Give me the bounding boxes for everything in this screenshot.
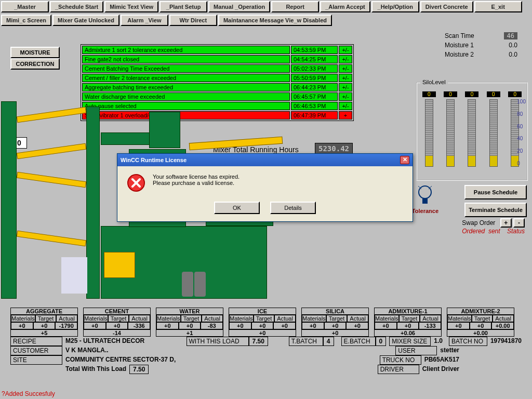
menu-divert[interactable]: Divert Concrete xyxy=(420,1,473,12)
material-box: ICEMaterialsTargetActual+0+0+0+0 xyxy=(229,308,296,337)
silo-value: 0 xyxy=(422,91,436,97)
menu-mixer-gate[interactable]: Mixer Gate Unlocked xyxy=(52,15,119,26)
silo-bar xyxy=(468,99,476,167)
moisture2-value: 0.0 xyxy=(509,51,517,58)
scan-panel: Scan Time46 Moisture 10.0 Moisture 20.0 xyxy=(424,31,528,59)
user-value: stetter xyxy=(437,346,462,355)
menu-mimic-screen[interactable]: Mimi_c Screen xyxy=(1,15,51,26)
material-box: WATERMaterialsTargetActual+0+0-83+1 xyxy=(156,308,223,337)
moisture1-value: 0.0 xyxy=(509,42,517,49)
material-box: SILICAMaterialsTargetActual+0+0+0+0 xyxy=(301,308,369,337)
svg-rect-3 xyxy=(422,198,428,204)
material-box: AGGREGATEMaterialsTargetActual+0+0-1790+… xyxy=(10,308,78,337)
mixersize-value: 1.0 xyxy=(431,337,446,346)
scan-time-label: Scan Time xyxy=(445,32,474,39)
moisture1-label: Moisture 1 xyxy=(445,42,474,49)
menu-master[interactable]: _Master xyxy=(1,1,49,12)
dialog-line2: Please purchase a valid license. xyxy=(153,180,240,186)
menu-schedule-start[interactable]: _Schedule Start xyxy=(50,1,103,12)
swap-minus[interactable]: - xyxy=(513,218,525,228)
menu-exit[interactable]: E_xit xyxy=(474,1,522,12)
menu-help[interactable]: _Help/Option xyxy=(371,1,419,12)
bottom-status: ?Added Succesfuly xyxy=(2,390,55,397)
mixersize-label: MIXER SIZE xyxy=(389,337,431,346)
driver-value: Client Driver xyxy=(419,365,462,374)
menu-mimic-text[interactable]: Mimic Text View xyxy=(104,1,158,12)
silo-value: 0 xyxy=(465,91,478,97)
swap-plus[interactable]: + xyxy=(500,218,512,228)
close-icon[interactable]: ✕ xyxy=(400,156,409,164)
silo-value: 0 xyxy=(444,91,457,97)
alarm-row[interactable]: Aggregate batching time exceeded06:44:23… xyxy=(82,83,352,91)
silo-bar xyxy=(489,99,498,167)
silo-group: SiloLevel 00000 100806040200 xyxy=(416,82,528,181)
material-box: ADMIXTURE-2MaterialsTargetActual+0+0+0.0… xyxy=(447,308,514,337)
driver-label: DRIVER xyxy=(378,365,419,374)
silo-value: 0 xyxy=(487,91,500,97)
menu-row-1: _Master _Schedule Start Mimic Text View … xyxy=(0,0,532,14)
menu-manual-op[interactable]: Manual _Operation xyxy=(208,1,270,12)
ebatch-value: 0 xyxy=(376,337,387,346)
silo-title: SiloLevel xyxy=(420,79,448,85)
withload-label: WITH THIS LOAD xyxy=(187,337,249,346)
ordered-label: Ordered xyxy=(462,228,485,235)
twl-value: 7.50 xyxy=(129,365,149,374)
customer-label: CUSTOMER xyxy=(10,346,62,355)
menu-maint-msg[interactable]: Maintanance Message Vie_w Disabled xyxy=(218,15,332,26)
truck-value: PB65AK517 xyxy=(421,355,462,365)
alarm-row[interactable]: Admixture 1 sort 2 tolerance exceeded04:… xyxy=(82,46,352,54)
material-box: CEMENTMaterialsTargetActual+0+0-336-14 xyxy=(83,308,151,337)
menu-plant-setup[interactable]: _Plant Setup xyxy=(159,1,207,12)
status-label: Status xyxy=(507,228,525,235)
silo-value: 0 xyxy=(508,91,522,97)
batchno-value: 197941870 xyxy=(487,337,525,346)
user-label: USER xyxy=(395,346,437,355)
recipe-value: M25 - ULTRATECH DECOR xyxy=(62,337,148,346)
batchno-label: BATCH NO xyxy=(449,337,487,346)
ebatch-label: E.BATCH xyxy=(341,337,376,346)
menu-report[interactable]: Report xyxy=(271,1,319,12)
dialog-details-button[interactable]: Details xyxy=(270,202,316,214)
terminate-schedule-button[interactable]: Terminate Schedule xyxy=(464,203,527,217)
correction-button[interactable]: CORRECTION xyxy=(10,58,60,70)
license-dialog: WinCC Runtime License ✕ Your software li… xyxy=(117,153,413,222)
alarm-row[interactable]: Cement / filler 2 tolerance exceeded05:5… xyxy=(82,74,352,82)
moisture-button[interactable]: MOISTURE xyxy=(10,47,60,58)
site-label: SITE xyxy=(10,355,62,365)
error-icon xyxy=(127,174,145,193)
tolerance-lamp: Tolerance xyxy=(412,185,438,214)
recipe-label: RECIPE xyxy=(10,337,62,346)
sent-label: sent xyxy=(488,228,500,235)
scan-time-value: 46 xyxy=(504,32,517,39)
menu-alarm-view[interactable]: Alarm _View xyxy=(121,15,168,26)
alarm-row[interactable]: Fine gate2 not closed04:54:25 PM+/- xyxy=(82,55,352,63)
truck-label: TRUCK NO xyxy=(380,355,421,365)
menu-row-2: Mimi_c Screen Mixer Gate Unlocked Alarm … xyxy=(0,14,532,27)
twl-label: Total With This Load xyxy=(62,365,129,374)
pause-schedule-button[interactable]: Pause Schedule xyxy=(464,185,527,200)
menu-alarm-accept[interactable]: _Alarm Accept xyxy=(320,1,370,12)
dialog-line1: Your software license has expired. xyxy=(153,174,240,180)
customer-value: V K MANGLA.. xyxy=(62,346,112,355)
info-grid: RECIPE M25 - ULTRATECH DECOR WITH THIS L… xyxy=(10,337,525,374)
silo-bar xyxy=(425,99,433,167)
alarm-row[interactable]: Cement Batching Time Exceeded05:02:33 PM… xyxy=(82,64,352,73)
silo-bar xyxy=(446,99,455,167)
dialog-ok-button[interactable]: OK xyxy=(214,202,260,214)
withload-value: 7.50 xyxy=(249,337,268,346)
menu-wtr-direct[interactable]: Wtr Direct xyxy=(169,15,217,26)
site-value: COMMUNITY CENTRE SECTOR-37 D, xyxy=(62,355,179,365)
swap-label: Swap Order xyxy=(462,219,495,227)
moisture2-label: Moisture 2 xyxy=(445,51,474,58)
tbatch-value: 4 xyxy=(323,337,334,346)
tbatch-label: T.BATCH xyxy=(289,337,323,346)
material-box: ADMIXTURE-1MaterialsTargetActual+0+0-133… xyxy=(374,308,442,337)
dialog-title: WinCC Runtime License xyxy=(121,157,187,163)
svg-point-0 xyxy=(419,186,431,198)
